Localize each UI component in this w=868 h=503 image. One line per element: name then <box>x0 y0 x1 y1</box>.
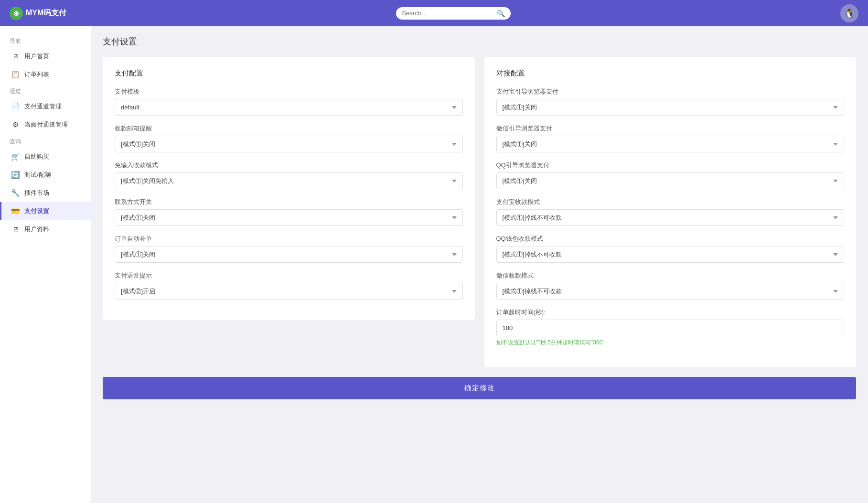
free-input-group: 免输入收款模式 [模式①]关闭免输入 [模式①]开启免输入 <box>115 161 463 189</box>
sidebar-item-label: 插件市场 <box>24 189 49 197</box>
sidebar-item-self-buy[interactable]: 🛒 自助购买 <box>0 148 91 166</box>
search-input[interactable] <box>402 10 494 17</box>
qq-collect-label: QQ钱包收款模式 <box>496 235 845 243</box>
voice-remind-select[interactable]: [模式②]开启 [模式②]关闭 <box>115 283 463 300</box>
monitor-icon: 🖥 <box>11 52 20 61</box>
api-config-card: 对接配置 支付宝引导浏览器支付 [模式①]关闭 [模式①]开启 微信引导浏览器支… <box>484 57 857 367</box>
qq-browser-group: QQ引导浏览器支付 [模式①]关闭 [模式①]开启 <box>496 161 845 189</box>
wechat-collect-label: 微信收款模式 <box>496 271 845 280</box>
wechat-browser-group: 微信引导浏览器支付 [模式①]关闭 [模式①]开启 <box>496 124 845 152</box>
sidebar-item-test-quota[interactable]: 🔄 测试/配额 <box>0 166 91 184</box>
voice-remind-group: 支付语音提示 [模式②]开启 [模式②]关闭 <box>115 271 463 300</box>
qq-browser-select[interactable]: [模式①]关闭 [模式①]开启 <box>496 172 845 189</box>
page-title: 支付设置 <box>103 36 856 47</box>
alipay-browser-label: 支付宝引导浏览器支付 <box>496 87 845 96</box>
sidebar-item-user-home[interactable]: 🖥 用户首页 <box>0 47 91 65</box>
sidebar-item-label: 当面付通道管理 <box>24 120 68 129</box>
submit-bar: 确定修改 <box>103 377 856 409</box>
gear-icon: ⚙ <box>11 120 20 129</box>
auto-replenish-select[interactable]: [模式①]关闭 [模式①]开启 <box>115 246 463 263</box>
alipay-collect-group: 支付宝收款模式 [模式①]掉线不可收款 [模式①]掉线可收款 <box>496 198 845 226</box>
alipay-collect-select[interactable]: [模式①]掉线不可收款 [模式①]掉线可收款 <box>496 209 845 226</box>
qq-collect-group: QQ钱包收款模式 [模式①]掉线不可收款 [模式①]掉线可收款 <box>496 235 845 263</box>
payment-icon: 💳 <box>11 207 20 215</box>
header: ⊕ MYM码支付 🔍 🐧 <box>0 0 868 26</box>
contact-switch-label: 联系方式开关 <box>115 198 463 206</box>
contact-switch-select[interactable]: [模式①]关闭 [模式①]开启 <box>115 209 463 226</box>
sidebar-item-plugin-market[interactable]: 🔧 插件市场 <box>0 184 91 202</box>
doc-icon: 📄 <box>11 102 20 111</box>
api-config-title: 对接配置 <box>496 69 845 78</box>
sidebar-item-current-channel[interactable]: ⚙ 当面付通道管理 <box>0 116 91 134</box>
main-content: 支付设置 支付配置 支付模板 default 收款邮箱提醒 [模式①]关闭 <box>91 26 868 503</box>
channel-section-label: 通道 <box>0 84 91 97</box>
avatar-icon: 🐧 <box>844 8 855 19</box>
sidebar-item-label: 自助购买 <box>24 152 49 161</box>
search-icon: 🔍 <box>497 10 505 17</box>
search-bar[interactable]: 🔍 <box>396 7 511 20</box>
auto-replenish-label: 订单自动补单 <box>115 235 463 243</box>
sidebar-item-label: 支付通道管理 <box>24 102 62 111</box>
alipay-browser-group: 支付宝引导浏览器支付 [模式①]关闭 [模式①]开启 <box>496 87 845 116</box>
sidebar-item-label: 用户首页 <box>24 52 49 61</box>
nav-section-label: 导航 <box>0 33 91 47</box>
auto-replenish-group: 订单自动补单 [模式①]关闭 [模式①]开启 <box>115 235 463 263</box>
sidebar-item-label: 用户资料 <box>24 225 49 234</box>
voice-remind-label: 支付语音提示 <box>115 271 463 280</box>
qq-collect-select[interactable]: [模式①]掉线不可收款 [模式①]掉线可收款 <box>496 246 845 263</box>
free-input-select[interactable]: [模式①]关闭免输入 [模式①]开启免输入 <box>115 172 463 189</box>
sidebar-item-channel-manage[interactable]: 📄 支付通道管理 <box>0 97 91 116</box>
sidebar-item-pay-settings[interactable]: 💳 支付设置 <box>0 202 91 220</box>
email-remind-label: 收款邮箱提醒 <box>115 124 463 133</box>
alipay-browser-select[interactable]: [模式①]关闭 [模式①]开启 <box>496 99 845 116</box>
pay-config-title: 支付配置 <box>115 69 463 78</box>
pay-config-card: 支付配置 支付模板 default 收款邮箱提醒 [模式①]关闭 [模式①]开启 <box>103 57 475 320</box>
logo-text: MYM码支付 <box>26 8 66 18</box>
sidebar-item-label: 订单列表 <box>24 70 49 79</box>
email-remind-group: 收款邮箱提醒 [模式①]关闭 [模式①]开启 <box>115 124 463 152</box>
email-remind-select[interactable]: [模式①]关闭 [模式①]开启 <box>115 136 463 152</box>
free-input-label: 免输入收款模式 <box>115 161 463 170</box>
sidebar-item-label: 支付设置 <box>24 207 49 215</box>
pay-template-label: 支付模板 <box>115 87 463 96</box>
wechat-collect-select[interactable]: [模式①]掉线不可收款 [模式①]掉线可收款 <box>496 283 845 300</box>
user-icon: 🖥 <box>11 225 20 234</box>
avatar[interactable]: 🐧 <box>840 4 858 22</box>
order-timeout-hint: 如不设置默认认""秒,5分钟超时请填写"300" <box>496 339 845 347</box>
qq-browser-label: QQ引导浏览器支付 <box>496 161 845 170</box>
pay-template-group: 支付模板 default <box>115 87 463 116</box>
query-section-label: 查询 <box>0 134 91 148</box>
refresh-icon: 🔄 <box>11 171 20 179</box>
sidebar-item-order-list[interactable]: 📋 订单列表 <box>0 65 91 84</box>
wechat-collect-group: 微信收款模式 [模式①]掉线不可收款 [模式①]掉线可收款 <box>496 271 845 300</box>
order-timeout-label: 订单超时时间(秒): <box>496 308 845 317</box>
wechat-browser-select[interactable]: [模式①]关闭 [模式①]开启 <box>496 136 845 152</box>
layout: 导航 🖥 用户首页 📋 订单列表 通道 📄 支付通道管理 ⚙ 当面付通道管理 查… <box>0 26 868 503</box>
alipay-collect-label: 支付宝收款模式 <box>496 198 845 206</box>
order-timeout-group: 订单超时时间(秒): 如不设置默认认""秒,5分钟超时请填写"300" <box>496 308 845 347</box>
contact-switch-group: 联系方式开关 [模式①]关闭 [模式①]开启 <box>115 198 463 226</box>
logo-icon: ⊕ <box>10 7 23 20</box>
submit-button[interactable]: 确定修改 <box>103 377 856 399</box>
sidebar: 导航 🖥 用户首页 📋 订单列表 通道 📄 支付通道管理 ⚙ 当面付通道管理 查… <box>0 26 91 503</box>
order-timeout-input[interactable] <box>496 320 845 336</box>
sidebar-item-user-info[interactable]: 🖥 用户资料 <box>0 220 91 238</box>
plugin-icon: 🔧 <box>11 189 20 197</box>
cart-icon: 🛒 <box>11 152 20 161</box>
cards-row: 支付配置 支付模板 default 收款邮箱提醒 [模式①]关闭 [模式①]开启 <box>103 57 856 367</box>
list-icon: 📋 <box>11 70 20 79</box>
wechat-browser-label: 微信引导浏览器支付 <box>496 124 845 133</box>
pay-template-select[interactable]: default <box>115 99 463 116</box>
sidebar-item-label: 测试/配额 <box>24 171 51 179</box>
logo: ⊕ MYM码支付 <box>10 7 66 20</box>
